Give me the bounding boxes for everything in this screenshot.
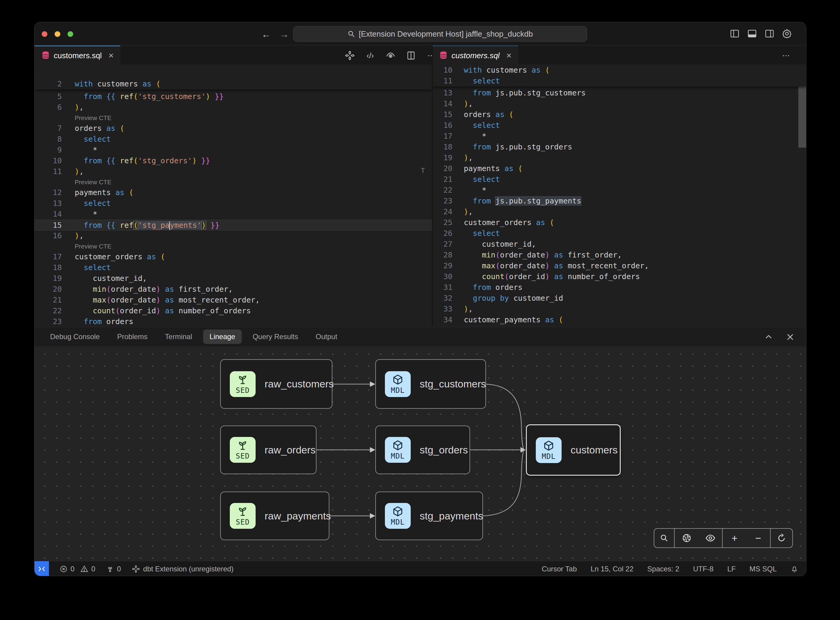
eye-icon[interactable] xyxy=(385,50,396,61)
editor-right-preview[interactable]: 10with customers as (11 select 13 from j… xyxy=(433,65,806,327)
aperture-icon[interactable] xyxy=(678,533,696,543)
editor-scrollbar-thumb[interactable] xyxy=(798,86,806,147)
code-line[interactable]: 24), xyxy=(433,206,806,217)
forward-button[interactable]: → xyxy=(279,29,289,40)
editor-left[interactable]: 2with customers as ( 5 from {{ ref('stg_… xyxy=(35,65,432,327)
code-line[interactable]: 11 select xyxy=(433,76,806,86)
toggle-primary-sidebar-icon[interactable] xyxy=(729,28,740,39)
traffic-light-zoom-button[interactable] xyxy=(68,31,73,37)
code-line[interactable]: 18 from js.pub.stg_orders xyxy=(433,141,806,152)
codelens-preview-cte[interactable]: Preview CTE xyxy=(35,177,432,187)
code-line[interactable]: 25customer_orders as ( xyxy=(433,217,806,228)
bell-icon[interactable] xyxy=(790,565,798,573)
lineage-node-stg_orders[interactable]: MDLstg_orders xyxy=(375,426,470,474)
zoom-in-icon[interactable]: + xyxy=(726,533,744,544)
code-line[interactable]: 23 from js.pub.stg_payments xyxy=(433,196,806,206)
code-line[interactable]: 14), xyxy=(433,98,806,109)
close-icon[interactable] xyxy=(784,331,796,343)
remote-indicator[interactable] xyxy=(35,561,49,576)
chevron-up-icon[interactable] xyxy=(763,331,774,343)
code-line[interactable]: 15 from {{ ref('stg_payments') }} xyxy=(35,220,432,230)
ports-status[interactable]: 0 xyxy=(106,565,121,573)
code-line[interactable]: 17 * xyxy=(433,131,806,141)
code-line[interactable]: 10with customers as ( xyxy=(433,65,806,76)
code-line[interactable]: 16 select xyxy=(433,120,806,131)
code-line[interactable]: 22 * xyxy=(433,185,806,196)
code-line[interactable]: 29 max(order_date) as most_recent_order, xyxy=(433,260,806,271)
close-icon[interactable]: × xyxy=(506,50,511,61)
code-line[interactable]: 32 group by customer_id xyxy=(433,293,806,304)
lineage-node-raw_customers[interactable]: SEDraw_customers xyxy=(220,359,332,409)
code-line[interactable]: 20 min(order_date) as first_order, xyxy=(35,284,432,295)
code-line[interactable]: 11), xyxy=(35,166,432,177)
code-icon[interactable]: ‹/› xyxy=(365,50,376,61)
code-line[interactable]: 19), xyxy=(433,152,806,163)
code-line[interactable]: 13 select xyxy=(35,198,432,209)
back-button[interactable]: ← xyxy=(261,29,271,40)
code-line[interactable]: 12payments as ( xyxy=(35,187,432,198)
command-center-search[interactable]: [Extension Development Host] jaffle_shop… xyxy=(293,26,587,42)
panel-tab-lineage[interactable]: Lineage xyxy=(203,330,242,344)
close-icon[interactable]: × xyxy=(108,50,114,61)
code-line[interactable]: 33), xyxy=(433,304,806,315)
codelens-preview-cte[interactable]: Preview CTE xyxy=(35,113,432,123)
sticky-scroll-left[interactable]: 2with customers as ( xyxy=(35,78,432,89)
refresh-icon[interactable] xyxy=(772,533,790,543)
code-line[interactable]: 14 * xyxy=(35,209,432,220)
eol-status[interactable]: LF xyxy=(727,565,736,573)
code-line[interactable]: 7orders as ( xyxy=(35,123,432,134)
eye-icon[interactable] xyxy=(702,533,720,543)
lineage-node-raw_payments[interactable]: SEDraw_payments xyxy=(220,492,329,540)
code-line[interactable]: 27 customer_id, xyxy=(433,239,806,250)
problems-status[interactable]: 0 0 xyxy=(60,565,95,573)
code-line[interactable]: 2with customers as ( xyxy=(35,78,432,89)
dbt-flask-icon[interactable] xyxy=(344,50,356,61)
code-line[interactable]: 30 count(order_id) as number_of_orders xyxy=(433,271,806,282)
zoom-out-icon[interactable]: − xyxy=(750,533,767,544)
code-line[interactable]: 8 select xyxy=(35,134,432,144)
panel-tab-problems[interactable]: Problems xyxy=(110,330,154,344)
tab-customers-sql-right-preview[interactable]: customers.sql × xyxy=(432,46,518,65)
sticky-scroll-right[interactable]: 10with customers as (11 select xyxy=(433,65,806,86)
cursor-position-status[interactable]: Ln 15, Col 22 xyxy=(591,565,634,573)
more-actions-icon[interactable]: ⋯ xyxy=(780,50,792,61)
lineage-canvas[interactable]: SEDraw_customersMDLstg_customersSEDraw_o… xyxy=(35,346,806,561)
code-line[interactable]: 21 max(order_date) as most_recent_order, xyxy=(35,295,432,305)
traffic-light-minimize-button[interactable] xyxy=(55,31,60,37)
search-icon[interactable] xyxy=(655,534,673,543)
code-line[interactable]: 28 min(order_date) as first_order, xyxy=(433,250,806,260)
toggle-secondary-sidebar-icon[interactable] xyxy=(764,28,775,39)
code-line[interactable]: 6), xyxy=(35,102,432,113)
code-line[interactable]: 16), xyxy=(35,230,432,241)
code-line[interactable]: 23 from orders xyxy=(35,316,432,327)
lineage-node-stg_payments[interactable]: MDLstg_payments xyxy=(375,492,483,540)
codelens-preview-cte[interactable]: Preview CTE xyxy=(35,241,432,251)
code-line[interactable]: 5 from {{ ref('stg_customers') }} xyxy=(35,91,432,102)
panel-tab-query-results[interactable]: Query Results xyxy=(246,330,305,344)
code-line[interactable]: 19 customer_id, xyxy=(35,273,432,284)
cursor-tab-status[interactable]: Cursor Tab xyxy=(542,565,577,573)
code-line[interactable]: 10 from {{ ref('stg_orders') }} xyxy=(35,155,432,166)
lineage-node-customers[interactable]: MDLcustomers xyxy=(526,424,621,476)
code-line[interactable]: 13 from js.pub.stg_customers xyxy=(433,87,806,98)
panel-tab-terminal[interactable]: Terminal xyxy=(158,330,199,344)
language-mode-status[interactable]: MS SQL xyxy=(750,565,777,573)
lineage-node-raw_orders[interactable]: SEDraw_orders xyxy=(220,426,317,474)
code-line[interactable]: 17customer_orders as ( xyxy=(35,251,432,262)
panel-tab-output[interactable]: Output xyxy=(309,330,344,344)
indentation-status[interactable]: Spaces: 2 xyxy=(648,565,679,573)
tab-customers-sql-left[interactable]: customers.sql × xyxy=(35,46,120,65)
code-line[interactable]: 31 from orders xyxy=(433,282,806,293)
code-line[interactable]: 22 count(order_id) as number_of_orders xyxy=(35,305,432,316)
dbt-extension-status[interactable]: dbt Extension (unregistered) xyxy=(132,565,234,573)
panel-tab-debug-console[interactable]: Debug Console xyxy=(44,330,106,344)
lineage-node-stg_customers[interactable]: MDLstg_customers xyxy=(375,359,486,409)
code-line[interactable]: 21 select xyxy=(433,174,806,185)
code-line[interactable]: 20payments as ( xyxy=(433,163,806,174)
encoding-status[interactable]: UTF-8 xyxy=(693,565,714,573)
gear-icon[interactable] xyxy=(781,28,792,39)
traffic-light-close-button[interactable] xyxy=(42,31,47,37)
code-line[interactable]: 9 * xyxy=(35,144,432,155)
code-line[interactable]: 15orders as ( xyxy=(433,109,806,120)
split-editor-icon[interactable] xyxy=(405,50,417,61)
